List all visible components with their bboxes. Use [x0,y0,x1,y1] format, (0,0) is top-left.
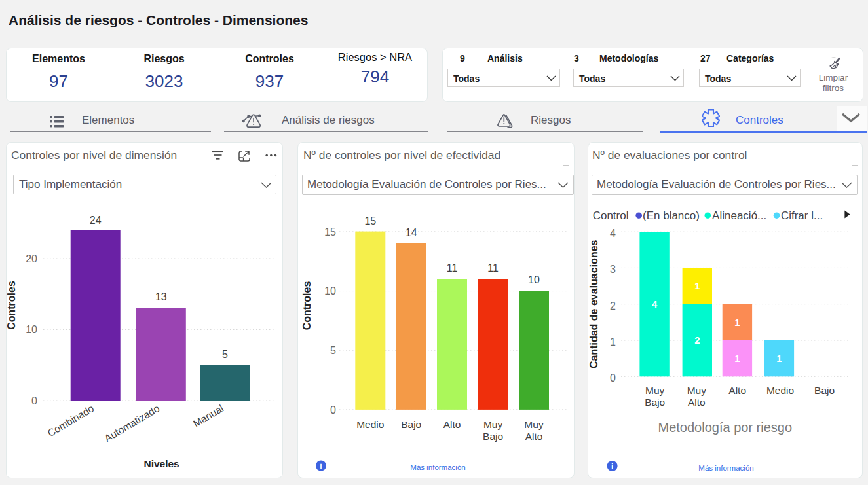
svg-text:1: 1 [734,353,740,364]
svg-text:Muy: Muy [524,419,544,430]
svg-text:Muy: Muy [687,385,707,396]
svg-text:15: 15 [364,215,376,226]
svg-text:Medio: Medio [356,419,384,430]
svg-text:15: 15 [324,226,336,238]
svg-text:0: 0 [330,404,336,416]
svg-text:1: 1 [610,336,616,348]
svg-text:Alto: Alto [525,431,543,442]
svg-text:Controles: Controles [301,281,312,331]
svg-text:1: 1 [694,280,700,291]
svg-text:2: 2 [694,334,700,346]
svg-text:i: i [611,462,613,471]
svg-text:20: 20 [26,253,37,264]
svg-text:Muy: Muy [645,385,665,396]
svg-text:11: 11 [487,262,499,274]
svg-text:2: 2 [610,300,616,312]
svg-text:3: 3 [610,264,616,275]
svg-text:Manual: Manual [191,403,225,429]
svg-text:1: 1 [776,353,782,364]
svg-text:i: i [320,461,322,471]
svg-text:4: 4 [610,228,616,239]
svg-text:10: 10 [528,274,540,285]
svg-text:Control: Control [593,209,629,222]
svg-text:Cantidad de evaluaciones: Cantidad de evaluaciones [589,240,600,368]
svg-text:Más información: Más información [410,463,465,471]
svg-text:11: 11 [447,262,458,274]
svg-text:24: 24 [90,215,102,226]
svg-text:Alto: Alto [688,397,706,408]
svg-text:Alineació...: Alineació... [712,209,766,222]
svg-text:Metodología por riesgo: Metodología por riesgo [658,420,793,435]
svg-text:Medio: Medio [766,385,794,396]
svg-text:1: 1 [734,317,740,328]
svg-text:Controles: Controles [6,281,17,330]
svg-text:5: 5 [222,349,228,360]
svg-text:10: 10 [26,324,37,335]
svg-text:Niveles: Niveles [143,458,179,469]
svg-text:13: 13 [155,291,167,302]
svg-text:10: 10 [324,285,336,296]
svg-text:(En blanco): (En blanco) [643,209,700,222]
svg-text:Cifrar l...: Cifrar l... [781,209,823,222]
svg-text:Combinado: Combinado [46,403,96,439]
svg-text:Alto: Alto [728,385,746,396]
svg-text:Bajo: Bajo [401,419,421,430]
svg-text:Bajo: Bajo [645,397,665,408]
svg-text:Bajo: Bajo [483,431,503,442]
svg-text:14: 14 [406,227,417,238]
svg-text:Automatizado: Automatizado [102,403,161,444]
svg-text:0: 0 [31,395,37,406]
svg-text:Alto: Alto [443,419,461,430]
svg-text:Bajo: Bajo [814,385,835,396]
svg-text:0: 0 [610,372,616,384]
svg-text:5: 5 [330,345,336,356]
svg-text:Más información: Más información [698,464,753,472]
svg-text:4: 4 [652,298,658,310]
svg-text:Muy: Muy [483,419,503,430]
